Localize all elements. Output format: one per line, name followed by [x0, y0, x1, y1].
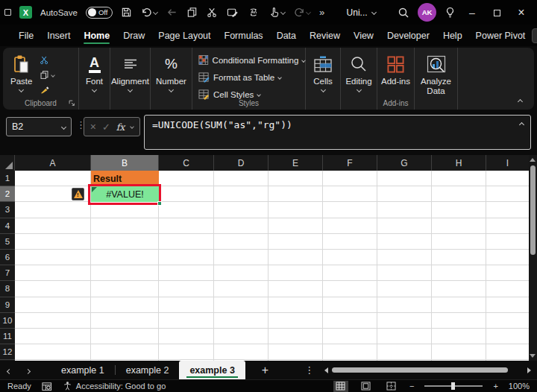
row-header-1[interactable]: 1: [0, 171, 15, 186]
font-group-button[interactable]: A Font: [79, 48, 110, 92]
column-d-cells[interactable]: [214, 171, 268, 361]
tab-power-pivot[interactable]: Power Pivot: [469, 25, 533, 46]
tab-draw[interactable]: Draw: [116, 25, 151, 46]
save-button[interactable]: [121, 7, 132, 18]
document-title[interactable]: Uni...: [347, 7, 376, 18]
page-break-view-button[interactable]: [384, 381, 399, 392]
tab-home[interactable]: Home: [77, 25, 116, 46]
new-sheet-button[interactable]: +: [262, 364, 268, 377]
tab-developer[interactable]: Developer: [380, 25, 436, 46]
tab-file[interactable]: File: [12, 25, 40, 46]
close-button[interactable]: ×: [513, 6, 530, 19]
comments-button[interactable]: [532, 28, 537, 43]
row-header-7[interactable]: 7: [0, 265, 15, 281]
row-header-3[interactable]: 3: [0, 202, 15, 218]
editing-group-button[interactable]: Editing: [341, 48, 377, 92]
ideas-button[interactable]: [445, 7, 456, 19]
row-header-10[interactable]: 10: [0, 313, 15, 329]
column-header-i[interactable]: I: [486, 155, 529, 171]
zoom-slider[interactable]: [424, 385, 483, 387]
scroll-right-icon[interactable]: [527, 367, 531, 373]
vertical-scrollbar[interactable]: [529, 155, 537, 361]
column-f-cells[interactable]: [323, 171, 377, 361]
row-header-8[interactable]: 8: [0, 281, 15, 297]
column-header-h[interactable]: H: [432, 155, 486, 171]
tab-page-layout[interactable]: Page Layout: [151, 25, 217, 46]
column-g-cells[interactable]: [377, 171, 432, 361]
tab-help[interactable]: Help: [436, 25, 469, 46]
column-c-cells[interactable]: [159, 171, 214, 361]
sheet-options-button[interactable]: ⋮: [304, 364, 314, 376]
column-header-a[interactable]: A: [15, 155, 91, 171]
undo-button[interactable]: [141, 7, 157, 18]
number-group-button[interactable]: % Number: [151, 48, 192, 92]
cell-styles-button[interactable]: Cell Styles: [198, 89, 305, 100]
formula-input[interactable]: =UNICODE(SUM("as","rg")): [144, 115, 531, 150]
next-sheet-button[interactable]: [19, 365, 37, 376]
row-header-11[interactable]: 11: [0, 329, 15, 344]
normal-view-button[interactable]: [333, 381, 348, 392]
tab-review[interactable]: Review: [303, 25, 347, 46]
row-header-12[interactable]: 12: [0, 344, 15, 360]
copy-small-button[interactable]: [40, 70, 54, 80]
tab-insert[interactable]: Insert: [40, 25, 77, 46]
previous-sheet-button[interactable]: [0, 365, 19, 376]
horizontal-scrollbar[interactable]: [324, 367, 531, 373]
zoom-out-button[interactable]: −: [409, 382, 414, 391]
cut-small-button[interactable]: [40, 55, 54, 65]
column-header-c[interactable]: C: [159, 155, 214, 171]
row-header-2[interactable]: 2: [0, 186, 15, 202]
sheet-tab-example-2[interactable]: example 2: [116, 361, 180, 379]
scroll-up-icon[interactable]: [530, 158, 536, 162]
analyze-data-button[interactable]: Analyze Data: [415, 48, 457, 96]
alignment-group-button[interactable]: Alignment: [110, 48, 150, 92]
touch-mode-button[interactable]: [268, 7, 285, 18]
row-header-5[interactable]: 5: [0, 234, 15, 250]
maximize-button[interactable]: [489, 7, 505, 19]
minimize-button[interactable]: –: [464, 7, 480, 19]
zoom-in-button[interactable]: +: [493, 382, 497, 391]
clipboard-dialog-launcher[interactable]: [68, 99, 75, 107]
accessibility-status[interactable]: Accessibility: Good to go: [63, 381, 166, 391]
replace-button[interactable]: [248, 7, 260, 18]
copy-button[interactable]: [186, 7, 198, 18]
email-button[interactable]: [227, 7, 239, 18]
insert-function-button[interactable]: fx: [116, 121, 125, 133]
tab-data[interactable]: Data: [270, 25, 303, 46]
column-header-b[interactable]: B: [91, 155, 159, 171]
column-i-cells[interactable]: [486, 171, 529, 361]
column-header-d[interactable]: D: [214, 155, 268, 171]
row-header-9[interactable]: 9: [0, 297, 15, 313]
column-header-f[interactable]: F: [323, 155, 377, 171]
scroll-down-icon[interactable]: [530, 354, 536, 358]
tab-formulas[interactable]: Formulas: [218, 25, 270, 46]
sheet-tab-example-3[interactable]: example 3: [179, 361, 245, 379]
autosave-toggle[interactable]: Off: [86, 7, 113, 19]
conditional-formatting-button[interactable]: Conditional Formatting: [198, 54, 305, 66]
row-header-6[interactable]: 6: [0, 250, 15, 265]
qat-overflow-button[interactable]: »: [319, 7, 324, 18]
vertical-scroll-thumb[interactable]: [530, 165, 536, 255]
fill-handle[interactable]: [157, 201, 162, 206]
collapse-ribbon-button[interactable]: [518, 99, 523, 104]
macro-record-button[interactable]: [42, 382, 52, 391]
scroll-left-icon[interactable]: [324, 367, 328, 373]
zoom-slider-thumb[interactable]: [451, 382, 455, 390]
tab-view[interactable]: View: [347, 25, 380, 46]
select-all-button[interactable]: [0, 155, 15, 171]
page-layout-view-button[interactable]: [359, 381, 374, 392]
sheet-tab-example-1[interactable]: example 1: [51, 361, 115, 379]
collapse-formula-bar-button[interactable]: [519, 122, 524, 127]
search-button[interactable]: [398, 7, 409, 19]
column-e-cells[interactable]: [268, 171, 323, 361]
column-header-e[interactable]: E: [268, 155, 323, 171]
format-painter-button[interactable]: [40, 85, 54, 95]
cut-button[interactable]: [207, 7, 218, 18]
cells-group-button[interactable]: Cells: [306, 48, 340, 92]
row-header-4[interactable]: 4: [0, 218, 15, 234]
avatar[interactable]: AK: [418, 3, 436, 22]
column-header-g[interactable]: G: [377, 155, 432, 171]
horizontal-scroll-thumb[interactable]: [332, 367, 508, 373]
name-box[interactable]: B2: [6, 117, 72, 136]
zoom-level[interactable]: 100%: [509, 382, 530, 391]
